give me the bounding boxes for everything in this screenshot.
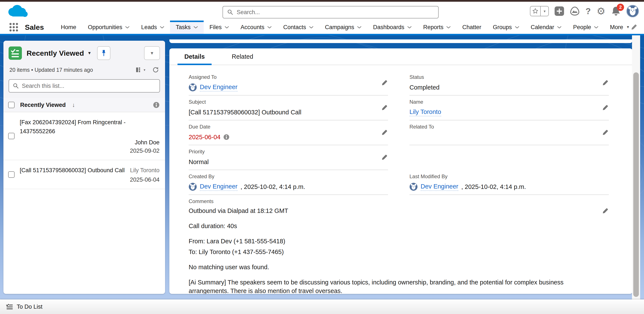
chevron-down-icon: [267, 26, 272, 28]
list-item[interactable]: [Call 5171537958060032] Outbound Call Li…: [4, 160, 165, 189]
created-by-link[interactable]: Dev Engineer: [200, 183, 238, 191]
pin-list-button[interactable]: [97, 46, 110, 60]
favorite-star-icon[interactable]: [530, 6, 540, 16]
tab-related[interactable]: Related: [231, 48, 254, 65]
nav-item-home[interactable]: Home: [55, 20, 82, 34]
status-value: Completed: [410, 84, 440, 91]
nav-item-campaigns[interactable]: Campaigns: [319, 20, 368, 34]
chevron-down-icon: [594, 26, 598, 28]
guidance-center-icon[interactable]: [570, 6, 580, 16]
global-actions-plus-icon[interactable]: [554, 6, 564, 16]
refresh-icon[interactable]: [152, 66, 159, 73]
detail-fields: Assigned To Dev Engineer Status Complete…: [169, 65, 632, 294]
caret-down-icon: ▼: [150, 51, 154, 56]
list-item-subject[interactable]: [Fax 2062047392024] From Ringcentral - 1…: [20, 118, 160, 136]
edit-pencil-icon[interactable]: [381, 154, 388, 161]
chevron-down-icon: [446, 26, 451, 28]
edit-pencil-icon[interactable]: [602, 80, 608, 86]
comment-line: Call duration: 40s: [189, 222, 597, 230]
caret-down-icon: ▼: [626, 25, 630, 29]
nav-item-tasks[interactable]: Tasks: [170, 20, 204, 34]
nav-item-calendar[interactable]: Calendar: [525, 20, 568, 34]
field-last-modified-by: Last Modified By Dev Engineer , 2025-10-…: [410, 170, 609, 195]
list-item-date: 2025-06-04: [20, 177, 160, 183]
field-due-date: Due Date 2025-06-04: [189, 120, 388, 145]
nav-item-files[interactable]: Files: [204, 20, 235, 34]
edit-pencil-icon[interactable]: [381, 80, 388, 86]
list-view-selector-caret-icon[interactable]: ▼: [88, 51, 92, 55]
list-item[interactable]: [Fax 2062047392024] From Ringcentral - 1…: [4, 112, 165, 160]
todo-list-button[interactable]: To Do List: [17, 304, 42, 310]
favorites-dropdown-icon[interactable]: ▼: [540, 6, 548, 16]
favorites-split-button[interactable]: ▼: [530, 6, 549, 16]
list-meta-text: 20 items • Updated 17 minutes ago: [10, 67, 93, 73]
field-related-to: Related To: [410, 120, 609, 145]
app-name: Sales: [25, 23, 44, 31]
edit-nav-pencil-icon[interactable]: [631, 24, 637, 30]
user-avatar: [410, 183, 418, 191]
user-avatar: [189, 83, 197, 91]
scrollbar-thumb[interactable]: [633, 72, 639, 297]
chevron-down-icon: [309, 26, 314, 28]
sort-desc-icon: ↓: [72, 102, 75, 108]
nav-item-dashboards[interactable]: Dashboards: [367, 20, 418, 34]
chevron-down-icon: [125, 26, 130, 28]
due-date-value: 2025-06-04: [189, 134, 220, 141]
name-link[interactable]: Lily Toronto: [410, 108, 441, 116]
list-column-header: Recently Viewed ↓: [4, 98, 165, 112]
notification-count-badge: 2: [617, 4, 624, 11]
field-label: Status: [410, 74, 597, 80]
chevron-down-icon: [194, 26, 198, 28]
user-avatar[interactable]: [626, 5, 639, 17]
field-label: Priority: [189, 149, 376, 155]
column-header-label[interactable]: Recently Viewed: [20, 102, 66, 108]
display-as-button[interactable]: ▾: [136, 67, 145, 73]
created-datetime: , 2025-10-02, 4:14 p.m.: [240, 183, 305, 190]
field-label: Assigned To: [189, 74, 376, 80]
utility-bar: To Do List: [0, 300, 644, 314]
global-search[interactable]: [222, 6, 438, 18]
nav-item-leads[interactable]: Leads: [135, 20, 170, 34]
assigned-to-link[interactable]: Dev Engineer: [200, 83, 238, 91]
list-view-controls-button[interactable]: ▼: [144, 46, 160, 60]
nav-item-opportunities[interactable]: Opportunities: [82, 20, 136, 34]
list-search[interactable]: [8, 79, 160, 92]
row-checkbox[interactable]: [8, 171, 14, 178]
list-item-subject[interactable]: [Call 5171537958060032] Outbound Call: [20, 166, 124, 175]
scrolled-card-edge: [169, 39, 632, 43]
edit-pencil-icon[interactable]: [381, 104, 388, 111]
help-icon[interactable]: ?: [586, 7, 590, 15]
pin-icon: [101, 49, 106, 57]
salesforce-logo-icon: [6, 4, 29, 19]
field-created-by: Created By Dev Engineer , 2025-10-02, 4:…: [189, 170, 388, 195]
record-detail-card: Details Related Assigned To Dev Engineer…: [169, 48, 632, 294]
list-view-header: Recently Viewed ▼ ▼ 20 items • Updated 1…: [4, 41, 165, 98]
priority-value: Normal: [189, 159, 208, 166]
row-checkbox[interactable]: [8, 133, 14, 139]
edit-pencil-icon[interactable]: [602, 208, 608, 214]
nav-item-contacts[interactable]: Contacts: [278, 20, 319, 34]
nav-item-reports[interactable]: Reports: [418, 20, 457, 34]
edit-pencil-icon[interactable]: [602, 104, 608, 111]
list-search-input[interactable]: [22, 83, 156, 89]
chevron-down-icon: [225, 26, 229, 28]
info-icon[interactable]: [153, 102, 160, 108]
window-top-strip: [0, 0, 644, 2]
list-view-title[interactable]: Recently Viewed: [26, 49, 84, 57]
nav-item-chatter[interactable]: Chatter: [456, 20, 487, 34]
info-icon[interactable]: [224, 134, 230, 140]
edit-pencil-icon[interactable]: [381, 129, 388, 136]
field-subject: Subject [Call 5171537958060032] Outbound…: [189, 95, 388, 120]
nav-item-groups[interactable]: Groups: [487, 20, 525, 34]
app-launcher-icon[interactable]: [10, 23, 18, 31]
tab-details[interactable]: Details: [184, 48, 206, 65]
nav-item-people[interactable]: People: [567, 20, 604, 34]
setup-gear-icon[interactable]: ⚙: [596, 6, 606, 16]
nav-item-accounts[interactable]: Accounts: [235, 20, 278, 34]
notifications-bell-icon[interactable]: 2: [611, 6, 621, 16]
last-modified-by-link[interactable]: Dev Engineer: [420, 183, 458, 191]
select-all-checkbox[interactable]: [8, 102, 14, 108]
global-search-input[interactable]: [237, 9, 434, 16]
edit-pencil-icon[interactable]: [602, 129, 608, 136]
chevron-down-icon: [515, 26, 519, 28]
